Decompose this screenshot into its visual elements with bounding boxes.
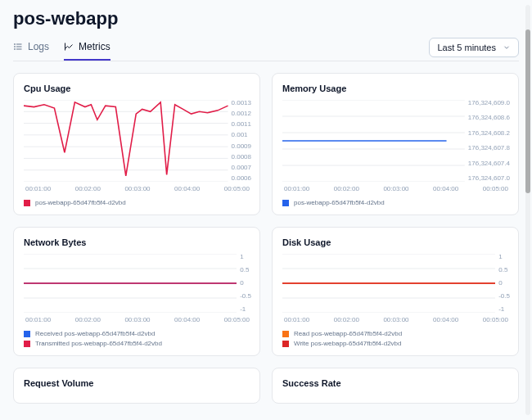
memory-chart [282, 100, 465, 182]
legend-item: Write pos-webapp-65d47fb5f4-d2vbd [282, 340, 510, 347]
card-disk-usage: Disk Usage 10.50-0.5-1 00:01:0000:02:000… [272, 227, 519, 356]
card-request-title: Request Volume [24, 378, 251, 388]
chevron-down-icon [503, 43, 511, 52]
tab-metrics[interactable]: Metrics [64, 38, 110, 61]
disk-yaxis: 10.50-0.5-1 [495, 254, 510, 313]
legend-label: Write pos-webapp-65d47fb5f4-d2vbd [294, 340, 402, 347]
legend-item: Transmitted pos-webapp-65d47fb5f4-d2vbd [24, 340, 251, 347]
tab-metrics-label: Metrics [79, 41, 110, 52]
swatch-red [282, 341, 289, 347]
svg-point-3 [15, 44, 16, 45]
card-success-rate: Success Rate [272, 368, 519, 404]
tab-logs[interactable]: Logs [13, 38, 49, 61]
memory-xaxis: 00:01:0000:02:0000:03:0000:04:0000:05:00 [282, 182, 510, 192]
memory-yaxis: 176,324,609.0176,324,608.6176,324,608.21… [465, 100, 510, 182]
disk-legend: Read pos-webapp-65d47fb5f4-d2vbd Write p… [282, 330, 510, 347]
swatch-blue [24, 331, 30, 337]
card-network-title: Network Bytes [24, 237, 251, 247]
legend-label: Transmitted pos-webapp-65d47fb5f4-d2vbd [35, 340, 162, 347]
legend-item: Received pos-webapp-65d47fb5f4-d2vbd [24, 330, 251, 337]
tabs-row: Logs Metrics Last 5 minutes [13, 38, 519, 61]
network-xaxis: 00:01:0000:02:0000:03:0000:04:0000:05:00 [24, 313, 251, 323]
tab-logs-label: Logs [28, 41, 49, 52]
card-memory-usage: Memory Usage 176,324,609.0176,324,608.61… [272, 73, 519, 215]
legend-label: Read pos-webapp-65d47fb5f4-d2vbd [294, 330, 402, 337]
chart-icon [64, 42, 74, 52]
card-cpu-title: Cpu Usage [24, 84, 251, 93]
card-request-volume: Request Volume [13, 368, 260, 404]
svg-point-4 [15, 47, 16, 47]
card-network-bytes: Network Bytes 10.50-0.5-1 00:01:0000:02:… [13, 227, 260, 356]
card-success-title: Success Rate [282, 378, 510, 388]
list-icon [13, 42, 23, 52]
metrics-scroll-area[interactable]: Cpu Usage 0.00130.00120.00110.0010.00090… [13, 61, 519, 420]
disk-chart [282, 254, 495, 313]
cpu-chart [24, 100, 228, 182]
legend-item: pos-webapp-65d47fb5f4-d2vbd [282, 199, 510, 206]
swatch-blue [282, 200, 289, 206]
scrollbar-thumb[interactable] [525, 29, 530, 193]
legend-label: pos-webapp-65d47fb5f4-d2vbd [35, 199, 126, 206]
card-disk-title: Disk Usage [282, 237, 510, 247]
legend-label: Received pos-webapp-65d47fb5f4-d2vbd [35, 330, 155, 337]
timerange-dropdown[interactable]: Last 5 minutes [429, 38, 519, 57]
swatch-red [24, 341, 30, 347]
svg-point-5 [15, 49, 16, 50]
network-yaxis: 10.50-0.5-1 [237, 254, 251, 313]
memory-legend: pos-webapp-65d47fb5f4-d2vbd [282, 199, 510, 206]
card-cpu-usage: Cpu Usage 0.00130.00120.00110.0010.00090… [13, 73, 260, 215]
card-memory-title: Memory Usage [282, 84, 510, 93]
cpu-legend: pos-webapp-65d47fb5f4-d2vbd [24, 199, 251, 206]
network-chart [24, 254, 237, 313]
cpu-yaxis: 0.00130.00120.00110.0010.00090.00080.000… [228, 100, 251, 182]
cpu-xaxis: 00:01:0000:02:0000:03:0000:04:0000:05:00 [24, 182, 251, 192]
disk-xaxis: 00:01:0000:02:0000:03:0000:04:0000:05:00 [282, 313, 510, 323]
swatch-red [24, 200, 30, 206]
legend-item: pos-webapp-65d47fb5f4-d2vbd [24, 199, 251, 206]
legend-item: Read pos-webapp-65d47fb5f4-d2vbd [282, 330, 510, 337]
timerange-value: Last 5 minutes [437, 43, 496, 52]
scrollbar-track[interactable] [525, 5, 530, 415]
legend-label: pos-webapp-65d47fb5f4-d2vbd [294, 199, 385, 206]
page-title: pos-webapp [13, 5, 519, 38]
swatch-orange [282, 331, 289, 337]
network-legend: Received pos-webapp-65d47fb5f4-d2vbd Tra… [24, 330, 251, 347]
